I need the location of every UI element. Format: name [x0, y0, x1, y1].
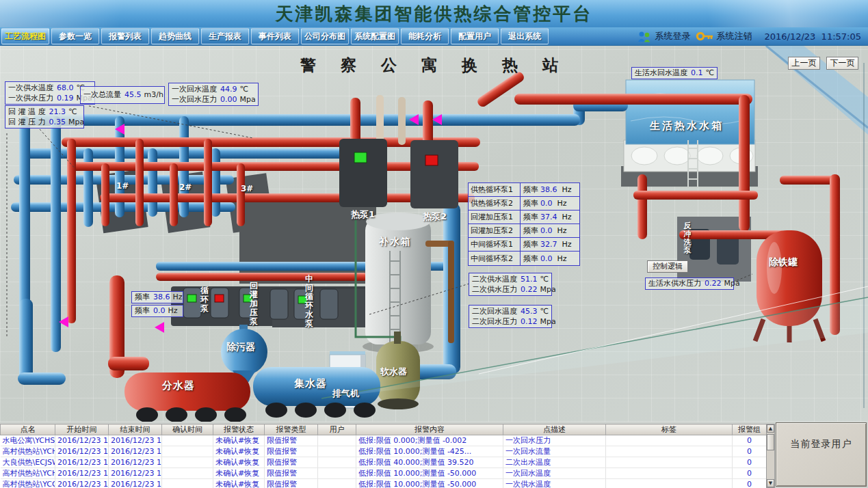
pump-freq-row: 回灌加压泵1频率37.4Hz — [469, 211, 579, 224]
scroll-thumb[interactable] — [767, 434, 774, 450]
middle-pump-label: 中间循环水泵 — [304, 275, 314, 328]
tab-parameters[interactable]: 参数一览 — [51, 28, 99, 44]
alarm-row[interactable]: 大良供热\ECJSWD2016/12/23 11:55:4...2016/12/… — [1, 457, 767, 468]
col-alarm-type[interactable]: 报警类型 — [265, 424, 318, 435]
tab-production-report[interactable]: 生产报表 — [201, 28, 249, 44]
col-alarm-content[interactable]: 报警内容 — [356, 424, 503, 435]
scroll-down-button[interactable]: ▼ — [767, 479, 774, 487]
users-icon — [637, 31, 652, 42]
tab-energy-analysis[interactable]: 能耗分析 — [401, 28, 449, 44]
well-2-label: 2# — [179, 182, 192, 192]
gauge-recharge: 回 灌 温 度21.3℃ 回 灌 压 力0.35Mpa — [5, 105, 84, 128]
next-page-button[interactable]: 下一页 — [826, 57, 858, 70]
station-title: 警 察 公 寓 换 热 站 — [0, 55, 868, 76]
alarm-table-area: 点名 开始时间 结束时间 确认时间 报警状态 报警类型 用户 报警内容 点描述 … — [0, 422, 868, 488]
heat-pump-2-label: 热泵2 — [423, 211, 447, 223]
scroll-track[interactable] — [767, 433, 774, 479]
pump-freq-row: 回灌加压泵2频率0.0Hz — [469, 224, 579, 238]
key-icon — [696, 31, 713, 42]
recharge-pump-label: 回灌加压泵 — [249, 282, 259, 326]
gauge-pump-freq-2: 频率0.0Hz — [131, 305, 183, 317]
system-login-button[interactable]: 系统登录 — [637, 30, 690, 42]
gauge-primary-return: 一次回水温度44.9℃ 一次回水压力0.00Mpa — [168, 83, 259, 106]
system-login-label: 系统登录 — [655, 30, 690, 42]
alarm-header-row: 点名 开始时间 结束时间 确认时间 报警状态 报警类型 用户 报警内容 点描述 … — [1, 424, 767, 435]
gauge-secondary-supply: 二次供水温度51.1℃ 二次供水压力0.22Mpa — [469, 273, 552, 296]
alarm-table: 点名 开始时间 结束时间 确认时间 报警状态 报警类型 用户 报警内容 点描述 … — [0, 424, 767, 488]
gauge-living-return-temp: 生活水回水温度0.1℃ — [631, 67, 718, 79]
alarm-row[interactable]: 水电公寓\YCHSYL2016/12/23 11:56:4...2016/12/… — [1, 435, 767, 446]
gauge-pump-freq-1: 频率38.6Hz — [131, 291, 183, 303]
system-logout-label: 系统注销 — [716, 30, 752, 42]
col-user[interactable]: 用户 — [318, 424, 356, 435]
iron-tank-label: 除铁罐 — [769, 256, 798, 269]
scroll-up-button[interactable]: ▲ — [767, 424, 774, 433]
col-tag[interactable]: 标签 — [606, 424, 733, 435]
col-point-name[interactable]: 点名 — [1, 424, 55, 435]
well-3-label: 3# — [241, 184, 253, 193]
pump-frequency-table: 供热循环泵1频率38.6Hz 供热循环泵2频率0.0Hz 回灌加压泵1频率37.… — [468, 182, 580, 266]
tab-user-config[interactable]: 配置用户 — [451, 28, 499, 44]
tab-process-flow[interactable]: 工艺流程图 — [1, 28, 49, 44]
gauge-living-supply-pressure: 生活水供水压力0.22Mpa — [645, 277, 734, 290]
col-start-time[interactable]: 开始时间 — [55, 424, 109, 435]
tab-company-map[interactable]: 公司分布图 — [301, 28, 349, 44]
col-alarm-state[interactable]: 报警状态 — [213, 424, 265, 435]
gauge-secondary-return: 二次回水温度45.3℃ 二次回水压力0.12Mpa — [469, 305, 552, 328]
tab-alarm-list[interactable]: 报警列表 — [101, 28, 149, 44]
softener-label: 软水器 — [380, 366, 407, 378]
well-1-label: 1# — [116, 181, 129, 191]
pump-freq-row: 供热循环泵2频率0.0Hz — [469, 197, 579, 211]
distributor-label: 分水器 — [162, 379, 195, 392]
tab-event-list[interactable]: 事件列表 — [251, 28, 299, 44]
gauge-total-flow: 一次总流量45.5m3/h — [80, 86, 165, 104]
process-diagram-scene: 警 察 公 寓 换 热 站 上一页 下一页 控制逻辑 一次供水温度68.0℃ 一… — [0, 46, 868, 422]
col-alarm-group[interactable]: 报警组 — [733, 424, 767, 435]
tab-trend-curves[interactable]: 趋势曲线 — [151, 28, 199, 44]
main-nav: 工艺流程图 参数一览 报警列表 趋势曲线 生产报表 事件列表 公司分布图 系统配… — [0, 27, 868, 46]
hot-water-tank-label: 生活热水水箱 — [650, 120, 724, 133]
system-logout-button[interactable]: 系统注销 — [696, 30, 752, 42]
pump-freq-row: 中间循环泵1频率32.7Hz — [469, 238, 579, 252]
decontaminator-label: 除污器 — [226, 341, 255, 353]
current-user-label: 当前登录用户 — [776, 438, 866, 450]
alarm-row[interactable]: 高村供热站\YCHSLL2016/12/23 11:56:1...2016/12… — [1, 446, 767, 457]
backwash-pump-label: 反冲洗泵 — [683, 222, 692, 255]
exhaust-unit-label: 排气机 — [332, 388, 359, 400]
tab-system-config[interactable]: 系统配置图 — [351, 28, 399, 44]
datetime-display: 2016/12/23 11:57:05 — [764, 31, 861, 42]
app-title: 天津凯森集团智能供热综合管控平台 — [0, 0, 868, 27]
alarm-row[interactable]: 高村供热站\YCHSWD2016/12/23 11:35:4...2016/12… — [1, 468, 767, 479]
pump-freq-row: 供热循环泵1频率38.6Hz — [469, 183, 579, 197]
table-scrollbar[interactable]: ▲ ▼ — [766, 424, 775, 488]
nav-right-area: 系统登录 系统注销 2016/12/23 11:57:05 — [637, 27, 868, 45]
alarm-row[interactable]: 高村供热站\YCGSWD2016/12/23 11:24:2...2016/12… — [1, 479, 767, 488]
makeup-tank-label: 补水箱 — [379, 236, 412, 248]
tab-exit-system[interactable]: 退出系统 — [501, 28, 549, 44]
prev-page-button[interactable]: 上一页 — [788, 57, 820, 70]
collector-label: 集水器 — [294, 377, 327, 390]
control-logic-button[interactable]: 控制逻辑 — [647, 260, 688, 273]
col-end-time[interactable]: 结束时间 — [109, 424, 162, 435]
circulation-pump-label: 循环泵 — [200, 286, 209, 313]
app-header: 天津凯森集团智能供热综合管控平台 — [0, 0, 868, 27]
col-ack-time[interactable]: 确认时间 — [162, 424, 213, 435]
col-point-desc[interactable]: 点描述 — [503, 424, 606, 435]
heat-pump-1-label: 热泵1 — [351, 208, 375, 221]
pump-freq-row: 中间循环泵2频率0.0Hz — [469, 252, 579, 265]
current-user-panel: 当前登录用户 — [776, 422, 867, 487]
